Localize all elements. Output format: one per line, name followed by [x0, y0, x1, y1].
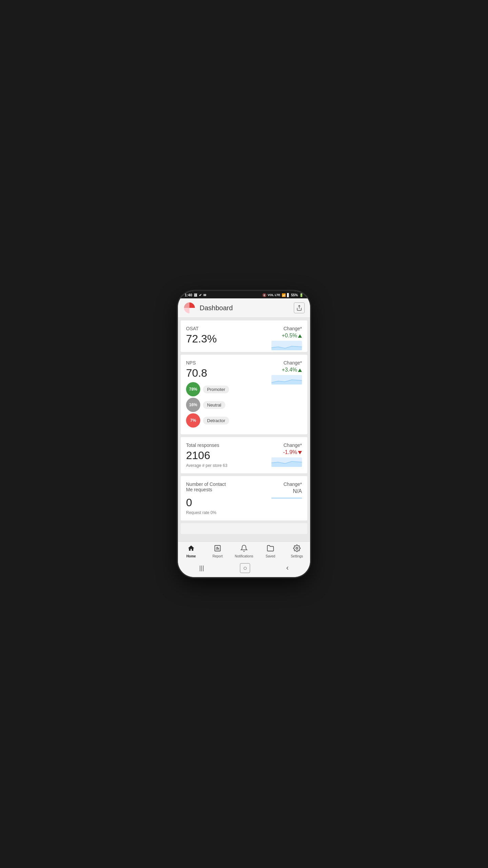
responses-change-value: -1.9%	[271, 449, 302, 455]
email-icon: ✉	[203, 293, 206, 297]
contact-me-card: Change* N/A Number of ContactMe requests…	[181, 476, 307, 520]
system-menu-button[interactable]: |||	[192, 563, 211, 573]
status-bar: 1:40 🖼 ✔ ✉ 🔇 VOL LTE 📶 ▋ 55% 🔋	[178, 291, 310, 298]
home-icon	[187, 545, 195, 554]
svg-point-9	[296, 547, 298, 549]
system-back-button[interactable]: ‹	[280, 562, 296, 574]
nps-chart	[271, 375, 302, 384]
nav-report-label: Report	[212, 554, 223, 558]
check-icon: ✔	[199, 293, 202, 297]
battery-icon: 🔋	[299, 293, 303, 297]
responses-chart	[271, 457, 302, 467]
svg-marker-3	[271, 380, 302, 384]
contact-sub: Request rate 0%	[186, 510, 302, 515]
nps-arrow-up	[298, 369, 302, 372]
system-home-button[interactable]: ○	[240, 563, 250, 573]
app-logo	[183, 302, 196, 314]
osat-arrow-up	[298, 334, 302, 338]
app-title: Dashboard	[200, 304, 294, 312]
network-icon: VOL LTE	[268, 293, 280, 297]
contact-change-label: Change*	[271, 481, 302, 487]
wifi-icon: 📶	[282, 293, 286, 297]
responses-change-area: Change* -1.9%	[271, 442, 302, 467]
responses-change-label: Change*	[271, 442, 302, 448]
status-right: 🔇 VOL LTE 📶 ▋ 55% 🔋	[262, 293, 303, 297]
contact-change-area: Change* N/A	[271, 481, 302, 498]
gear-icon	[293, 545, 301, 554]
nav-saved-label: Saved	[266, 554, 275, 558]
nps-change-label: Change*	[271, 360, 302, 366]
nav-notifications[interactable]: Notifications	[235, 545, 253, 558]
detractor-badge: 7%	[186, 413, 200, 428]
promoter-badge: 78%	[186, 382, 200, 396]
phone-screen: 1:40 🖼 ✔ ✉ 🔇 VOL LTE 📶 ▋ 55% 🔋	[178, 291, 310, 577]
battery-label: 55%	[291, 293, 298, 297]
folder-icon	[267, 545, 274, 554]
gallery-icon: 🖼	[194, 293, 197, 297]
contact-change-value: N/A	[271, 488, 302, 494]
nav-settings[interactable]: Settings	[287, 545, 306, 558]
nav-home-label: Home	[186, 554, 196, 558]
report-icon	[214, 545, 221, 554]
nps-change-area: Change* +3.4%	[271, 360, 302, 384]
status-time: 1:40	[185, 293, 192, 297]
nav-report[interactable]: Report	[208, 545, 227, 558]
contact-chart-line	[271, 498, 302, 498]
signal-icon: ▋	[287, 293, 290, 297]
share-button[interactable]	[294, 302, 305, 313]
status-left: 1:40 🖼 ✔ ✉	[185, 293, 206, 297]
mute-icon: 🔇	[262, 293, 266, 297]
neutral-badge: 16%	[186, 398, 200, 412]
osat-card: Change* +0.5% OSAT 72.3%	[181, 320, 307, 352]
app-header: Dashboard	[178, 298, 310, 318]
detractor-label: Detractor	[203, 417, 229, 425]
promoter-label: Promoter	[203, 386, 229, 393]
bottom-nav: Home Report	[178, 541, 310, 559]
osat-chart	[271, 341, 302, 350]
nps-detractor-row: 7% Detractor	[186, 413, 302, 428]
nav-notifications-label: Notifications	[235, 554, 253, 558]
nav-settings-label: Settings	[291, 554, 303, 558]
nav-saved[interactable]: Saved	[261, 545, 280, 558]
nps-value: 70.8	[186, 367, 207, 379]
nps-title-section: NPS 70.8	[186, 360, 207, 379]
nps-neutral-row: 16% Neutral	[186, 398, 302, 412]
bell-icon	[240, 545, 248, 554]
partial-card	[181, 523, 307, 534]
nav-home[interactable]: Home	[182, 545, 201, 558]
osat-change-value: +0.5%	[271, 333, 302, 339]
osat-change-label: Change*	[271, 326, 302, 331]
nps-title: NPS	[186, 360, 207, 366]
system-nav: ||| ○ ‹	[178, 559, 310, 577]
neutral-label: Neutral	[203, 401, 225, 409]
nps-card: Change* +3.4% NPS 70.8	[181, 355, 307, 434]
phone-frame: 1:40 🖼 ✔ ✉ 🔇 VOL LTE 📶 ▋ 55% 🔋	[178, 291, 310, 577]
content-area: Change* +0.5% OSAT 72.3%	[178, 318, 310, 541]
responses-arrow-down	[298, 451, 302, 454]
nps-change-value: +3.4%	[271, 367, 302, 373]
osat-change-area: Change* +0.5%	[271, 326, 302, 350]
total-responses-card: Change* -1.9% Total responses 2106 Avera…	[181, 437, 307, 473]
